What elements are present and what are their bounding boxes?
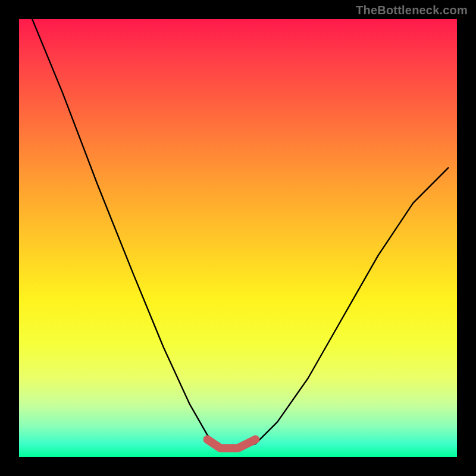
- chart-frame: TheBottleneck.com: [0, 0, 476, 476]
- watermark-text: TheBottleneck.com: [356, 4, 468, 17]
- bottleneck-curve: [32, 19, 448, 448]
- plot-area: [19, 19, 457, 457]
- curve-layer: [19, 19, 457, 457]
- optimal-band: [208, 440, 256, 449]
